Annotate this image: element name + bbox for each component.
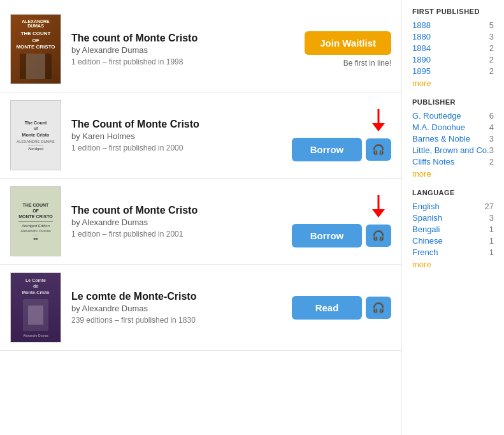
first-published-link-4[interactable]: 1895: [412, 66, 431, 76]
book-title-1: The count of Monte Cristo: [71, 33, 305, 44]
action-row-2: Borrow 🎧: [292, 138, 391, 161]
book-author-4: by Alexandre Dumas: [71, 304, 292, 313]
publisher-item-2: Barnes & Noble 3: [412, 134, 494, 144]
first-published-link-2[interactable]: 1884: [412, 43, 431, 53]
language-link-4[interactable]: French: [412, 247, 438, 257]
book-item-3: THE COUNTOFMONTE CRISTO Abridged Edition…: [0, 179, 401, 265]
headphones-icon-2: 🎧: [372, 144, 385, 156]
read-button-4[interactable]: Read: [292, 296, 362, 320]
first-published-item-1: 1880 3: [412, 32, 494, 41]
book-author-1: by Alexandre Dumas: [71, 45, 305, 55]
action-row-4: Read 🎧: [292, 296, 391, 320]
audio-button-2[interactable]: 🎧: [366, 138, 391, 161]
book-meta-1: 1 edition – first published in 1998: [71, 57, 305, 66]
book-info-3: The count of Monte Cristo by Alexandre D…: [71, 205, 292, 239]
language-item-1: Spanish 3: [412, 213, 494, 223]
book-author-2: by Karen Holmes: [71, 131, 292, 141]
first-published-link-1[interactable]: 1880: [412, 32, 431, 41]
publisher-count-3: 3: [489, 145, 494, 155]
publisher-section: PUBLISHER G. Routledge 6 M.A. Donohue 4 …: [412, 98, 494, 179]
book-cover-1: ALEXANDRE DUMAS THE COUNTOFMONTE CRISTO: [10, 14, 61, 84]
first-published-count-0: 5: [489, 20, 494, 30]
book-cover-2: The CountofMonte Cristo ALEXANDRE DUMAS …: [10, 100, 61, 170]
first-published-section: FIRST PUBLISHED 1888 5 1880 3 1884 2 189…: [412, 8, 494, 88]
book-actions-2: Borrow 🎧: [292, 109, 391, 161]
book-actions-4: Read 🎧: [292, 296, 391, 320]
language-more[interactable]: more: [412, 260, 431, 269]
book-meta-2: 1 edition – first published in 2000: [71, 144, 292, 152]
book-item-4: Le ComtedeMonte-Cristo Alexandre Dumas L…: [0, 265, 401, 351]
publisher-link-4[interactable]: Cliffs Notes: [412, 157, 454, 166]
language-count-1: 3: [489, 213, 494, 223]
language-section: LANGUAGE English 27 Spanish 3 Bengali 1 …: [412, 189, 494, 269]
first-published-item-4: 1895 2: [412, 66, 494, 76]
publisher-count-0: 6: [489, 111, 494, 121]
first-published-count-1: 3: [489, 32, 494, 41]
book-cover-3: THE COUNTOFMONTE CRISTO Abridged Edition…: [10, 186, 61, 256]
first-published-item-0: 1888 5: [412, 20, 494, 30]
audio-button-3[interactable]: 🎧: [366, 225, 391, 247]
book-meta-3: 1 edition – first published in 2001: [71, 230, 292, 239]
book-title-3: The count of Monte Cristo: [71, 205, 292, 216]
publisher-count-4: 2: [489, 157, 494, 166]
first-published-count-4: 2: [489, 66, 494, 76]
sidebar: FIRST PUBLISHED 1888 5 1880 3 1884 2 189…: [402, 0, 504, 435]
first-published-heading: FIRST PUBLISHED: [412, 8, 494, 15]
publisher-count-2: 3: [489, 134, 494, 144]
publisher-item-4: Cliffs Notes 2: [412, 157, 494, 166]
publisher-link-2[interactable]: Barnes & Noble: [412, 134, 470, 144]
arrow-indicator-2: [366, 109, 391, 131]
book-cover-4: Le ComtedeMonte-Cristo Alexandre Dumas: [10, 272, 61, 343]
be-first-label-1: Be first in line!: [343, 59, 391, 68]
book-item-1: ALEXANDRE DUMAS THE COUNTOFMONTE CRISTO …: [0, 6, 401, 92]
book-meta-4: 239 editions – first published in 1830: [71, 316, 292, 325]
book-title-4: Le comte de Monte-Cristo: [71, 291, 292, 302]
language-item-0: English 27: [412, 202, 494, 211]
first-published-item-2: 1884 2: [412, 43, 494, 53]
language-link-1[interactable]: Spanish: [412, 213, 442, 223]
first-published-item-3: 1890 2: [412, 55, 494, 64]
first-published-link-3[interactable]: 1890: [412, 55, 431, 64]
borrow-button-3[interactable]: Borrow: [292, 224, 362, 247]
language-link-3[interactable]: Chinese: [412, 236, 443, 246]
first-published-count-3: 2: [489, 55, 494, 64]
book-actions-3: Borrow 🎧: [292, 195, 391, 247]
book-author-3: by Alexandre Dumas: [71, 218, 292, 227]
language-count-2: 1: [489, 225, 494, 234]
first-published-count-2: 2: [489, 43, 494, 53]
audio-button-4[interactable]: 🎧: [366, 297, 391, 319]
book-list: ALEXANDRE DUMAS THE COUNTOFMONTE CRISTO …: [0, 0, 402, 435]
svg-marker-3: [372, 209, 385, 218]
publisher-heading: PUBLISHER: [412, 98, 494, 106]
language-count-0: 27: [485, 202, 494, 211]
language-link-2[interactable]: Bengali: [412, 225, 440, 234]
first-published-link-0[interactable]: 1888: [412, 20, 431, 30]
language-count-3: 1: [489, 236, 494, 246]
language-heading: LANGUAGE: [412, 189, 494, 196]
language-item-3: Chinese 1: [412, 236, 494, 246]
book-title-2: The Count of Monte Cristo: [71, 119, 292, 130]
language-link-0[interactable]: English: [412, 202, 440, 211]
headphones-icon-3: 🎧: [372, 230, 385, 242]
book-info-1: The count of Monte Cristo by Alexandre D…: [71, 33, 305, 66]
book-actions-1: Join Waitlist Be first in line!: [305, 31, 391, 68]
first-published-more[interactable]: more: [412, 78, 431, 88]
language-count-4: 1: [489, 247, 494, 257]
publisher-link-0[interactable]: G. Routledge: [412, 111, 461, 121]
arrow-indicator-3: [366, 195, 391, 218]
publisher-item-1: M.A. Donohue 4: [412, 122, 494, 132]
language-item-4: French 1: [412, 247, 494, 257]
publisher-item-3: Little, Brown and Co. 3: [412, 145, 494, 155]
action-row-3: Borrow 🎧: [292, 224, 391, 247]
publisher-count-1: 4: [489, 122, 494, 132]
join-waitlist-button-1[interactable]: Join Waitlist: [305, 31, 391, 55]
publisher-link-3[interactable]: Little, Brown and Co.: [412, 145, 489, 155]
book-item-2: The CountofMonte Cristo ALEXANDRE DUMAS …: [0, 92, 401, 179]
publisher-item-0: G. Routledge 6: [412, 111, 494, 121]
svg-marker-1: [372, 123, 385, 131]
book-info-2: The Count of Monte Cristo by Karen Holme…: [71, 119, 292, 152]
publisher-more[interactable]: more: [412, 169, 431, 179]
language-item-2: Bengali 1: [412, 225, 494, 234]
borrow-button-2[interactable]: Borrow: [292, 138, 362, 161]
publisher-link-1[interactable]: M.A. Donohue: [412, 122, 465, 132]
